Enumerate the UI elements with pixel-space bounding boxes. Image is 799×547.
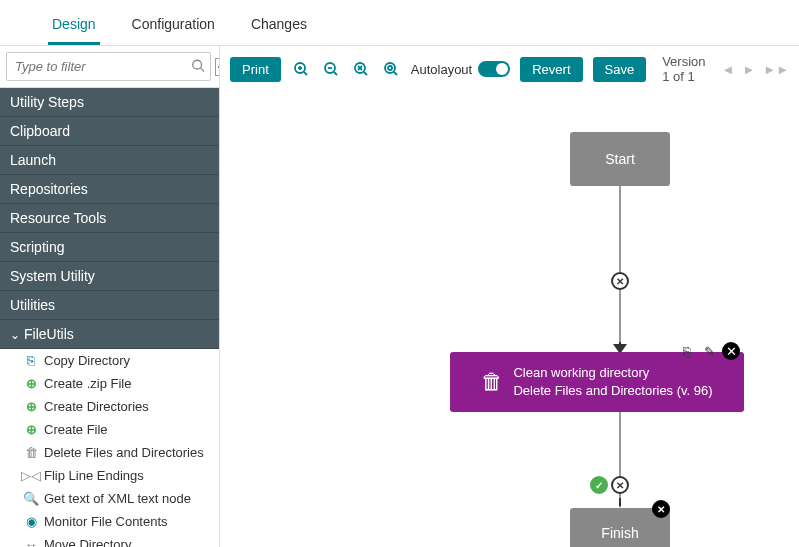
- svg-line-11: [364, 72, 367, 75]
- category-resource-tools[interactable]: Resource Tools: [0, 204, 219, 233]
- eye-icon: ◉: [24, 515, 38, 529]
- zoom-fit-icon[interactable]: [351, 59, 371, 79]
- node-start[interactable]: Start: [570, 132, 670, 186]
- tab-changes[interactable]: Changes: [247, 10, 311, 45]
- category-fileutils[interactable]: FileUtils: [0, 320, 219, 349]
- item-label: Create .zip File: [44, 376, 131, 391]
- item-label: Create File: [44, 422, 108, 437]
- tab-bar: Design Configuration Changes: [0, 0, 799, 46]
- svg-line-9: [334, 72, 337, 75]
- autolayout-label: Autolayout: [411, 62, 472, 77]
- sidebar: Utility Steps Clipboard Launch Repositor…: [0, 46, 220, 547]
- category-system-utility[interactable]: System Utility: [0, 262, 219, 291]
- node-clean-working-directory[interactable]: 🗑 Clean working directory Delete Files a…: [450, 352, 744, 412]
- palette-item[interactable]: ◉Monitor File Contents: [0, 510, 219, 533]
- svg-marker-20: [619, 498, 621, 508]
- node-subtitle: Delete Files and Directories (v. 96): [513, 382, 712, 400]
- process-canvas[interactable]: Start 🗑 Clean working directory Delete F…: [220, 92, 799, 547]
- print-button[interactable]: Print: [230, 57, 281, 82]
- edit-node-button[interactable]: ✎: [700, 342, 718, 360]
- item-label: Flip Line Endings: [44, 468, 144, 483]
- category-utilities[interactable]: Utilities: [0, 291, 219, 320]
- palette-item[interactable]: ↔Move Directory: [0, 533, 219, 547]
- copy-node-button[interactable]: ⎘: [678, 342, 696, 360]
- revert-button[interactable]: Revert: [520, 57, 582, 82]
- page-next-icon[interactable]: ►: [742, 62, 755, 77]
- page-prev-icon[interactable]: ◄: [722, 62, 735, 77]
- move-icon: ↔: [24, 538, 38, 548]
- category-repositories[interactable]: Repositories: [0, 175, 219, 204]
- svg-point-14: [385, 63, 395, 73]
- node-title: Clean working directory: [513, 364, 712, 382]
- palette-item[interactable]: ⊕Create File: [0, 418, 219, 441]
- item-label: Delete Files and Directories: [44, 445, 204, 460]
- page-last-icon[interactable]: ►►: [763, 62, 789, 77]
- version-text: Version 1 of 1: [662, 54, 705, 84]
- toolbar: Print Autolayout Revert Save Version 1 o…: [220, 46, 799, 92]
- category-scripting[interactable]: Scripting: [0, 233, 219, 262]
- palette-item[interactable]: ▷◁Flip Line Endings: [0, 464, 219, 487]
- palette-item[interactable]: ⊕Create Directories: [0, 395, 219, 418]
- item-label: Monitor File Contents: [44, 514, 168, 529]
- item-label: Create Directories: [44, 399, 149, 414]
- plus-icon: ⊕: [24, 423, 38, 437]
- svg-point-15: [388, 66, 392, 70]
- item-label: Move Directory: [44, 537, 131, 547]
- trash-icon: 🗑: [481, 369, 503, 395]
- svg-line-6: [304, 72, 307, 75]
- category-utility-steps[interactable]: Utility Steps: [0, 88, 219, 117]
- plus-icon: ⊕: [24, 400, 38, 414]
- trash-icon: 🗑: [24, 446, 38, 460]
- autolayout-toggle[interactable]: [478, 61, 510, 77]
- filter-input[interactable]: [6, 52, 211, 81]
- category-clipboard[interactable]: Clipboard: [0, 117, 219, 146]
- delete-node-button[interactable]: ✕: [722, 342, 740, 360]
- item-label: Get text of XML text node: [44, 491, 191, 506]
- edge-delete-button[interactable]: ✕: [611, 272, 629, 290]
- svg-line-16: [394, 72, 397, 75]
- palette-item[interactable]: 🔍Get text of XML text node: [0, 487, 219, 510]
- copy-icon: ⎘: [24, 354, 38, 368]
- item-label: Copy Directory: [44, 353, 130, 368]
- tab-configuration[interactable]: Configuration: [128, 10, 219, 45]
- zoom-actual-icon[interactable]: [381, 59, 401, 79]
- tab-design[interactable]: Design: [48, 10, 100, 45]
- category-launch[interactable]: Launch: [0, 146, 219, 175]
- xml-icon: 🔍: [24, 492, 38, 506]
- save-button[interactable]: Save: [593, 57, 647, 82]
- zoom-out-icon[interactable]: [321, 59, 341, 79]
- palette-item[interactable]: ⊕Create .zip File: [0, 372, 219, 395]
- svg-point-0: [193, 60, 202, 69]
- svg-line-1: [201, 68, 205, 72]
- plus-icon: ⊕: [24, 377, 38, 391]
- node-delete-button[interactable]: ✕: [652, 500, 670, 518]
- search-icon: [191, 58, 205, 75]
- palette-item[interactable]: 🗑Delete Files and Directories: [0, 441, 219, 464]
- palette-item[interactable]: ⎘Copy Directory: [0, 349, 219, 372]
- edge-delete-button[interactable]: ✕: [611, 476, 629, 494]
- flip-icon: ▷◁: [24, 469, 38, 483]
- edge-success-icon: ✓: [590, 476, 608, 494]
- zoom-in-icon[interactable]: [291, 59, 311, 79]
- palette-list: Utility Steps Clipboard Launch Repositor…: [0, 88, 219, 547]
